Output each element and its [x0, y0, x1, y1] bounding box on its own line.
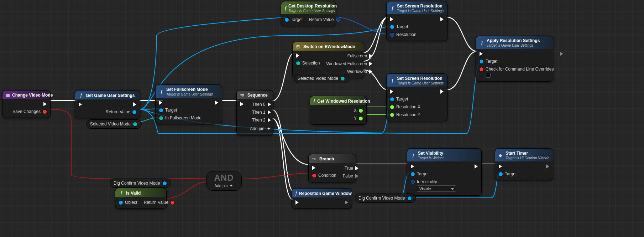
node-start-timer[interactable]: ◆ Start Timer Target is UI Confirm VMode… [495, 148, 553, 180]
target-pin[interactable]: Target [480, 59, 554, 64]
node-title: Set Fullscreen Mode [166, 87, 208, 92]
exec-out-pin[interactable] [475, 164, 478, 169]
plus-icon: ＋ [267, 125, 271, 132]
node-header: f Reposition Game Window [292, 189, 352, 197]
node-set-fullscreen-mode[interactable]: f Set Fullscreen Mode Target is Game Use… [155, 84, 222, 124]
node-subtitle: Target is Game User Settings [288, 9, 337, 13]
windowed-fullscreen-pin[interactable]: Windowed Fullscreen [326, 61, 372, 66]
node-switch-ewindowmode[interactable]: ⊞ Switch on EWindowMode Selection Fullsc… [292, 42, 364, 78]
exec-in-pin[interactable] [390, 89, 420, 94]
node-title: Get Desktop Resolution [288, 4, 337, 9]
function-icon: f [295, 191, 297, 196]
target-pin[interactable]: Target [390, 97, 420, 102]
exec-out-pin[interactable] [440, 89, 444, 94]
false-pin[interactable]: False [343, 174, 358, 179]
in-visibility-pin[interactable]: In Visibility Visible [411, 179, 456, 192]
object-pin-icon [163, 181, 167, 185]
node-set-visibility[interactable]: f Set Visibility Target is Widget Target… [407, 148, 482, 196]
exec-out-pin[interactable] [546, 164, 549, 169]
exec-in-pin[interactable] [411, 164, 456, 169]
check-overrides-pin[interactable]: Check for Command Line Overrides [480, 67, 554, 78]
var-selected-video-mode-2[interactable]: Selected Video Mode [294, 74, 349, 83]
exec-out-pin[interactable] [345, 200, 348, 205]
selection-pin[interactable]: Selection [296, 61, 320, 66]
exec-out-pin[interactable] [560, 52, 563, 56]
node-and[interactable]: AND Add pin＋ [206, 171, 242, 191]
node-subtitle: Target is Widget [418, 156, 444, 160]
then0-pin[interactable]: Then 0 [252, 102, 271, 107]
function-icon: f [79, 93, 84, 98]
var-selected-video-mode[interactable]: Selected Video Mode [86, 119, 142, 129]
target-pin[interactable]: Target [411, 171, 456, 176]
exec-out-pin[interactable] [440, 17, 444, 21]
true-pin[interactable]: True [345, 166, 358, 171]
exec-out-pin[interactable] [133, 102, 136, 107]
target-pin[interactable]: Target [499, 171, 517, 176]
condition-pin[interactable]: Condition [312, 173, 336, 178]
node-is-valid[interactable]: f Is Valid Object Return Value [115, 188, 167, 209]
node-set-screen-resolution-1[interactable]: f Set Screen Resolution Target is Game U… [386, 1, 447, 41]
exec-out-pin[interactable] [43, 102, 47, 106]
exec-in-pin[interactable] [480, 52, 554, 56]
resolution-pin[interactable]: Resolution [390, 32, 417, 37]
fullscreen-pin[interactable]: Fullscreen [347, 53, 372, 58]
target-pin[interactable]: Target [159, 108, 201, 113]
resolution-x-pin[interactable]: Resolution X [390, 104, 420, 109]
exec-in-pin[interactable] [390, 17, 417, 21]
save-changes-pin[interactable]: Save Changes [12, 109, 47, 114]
object-pin[interactable]: Object [119, 200, 137, 205]
target-pin[interactable]: Target [390, 24, 417, 29]
object-pin-icon [408, 196, 412, 200]
node-branch[interactable]: ↪ Branch Condition True False [308, 154, 356, 182]
node-reposition-game-window[interactable]: f Reposition Game Window [292, 188, 352, 208]
exec-in-pin[interactable] [159, 101, 201, 105]
exec-in-pin[interactable] [295, 200, 299, 205]
in-fullscreen-mode-pin[interactable]: In Fullscreen Mode [159, 115, 201, 120]
return-value-pin[interactable]: Return Value [309, 17, 340, 22]
y-pin[interactable]: Y [354, 116, 363, 121]
target-pin[interactable]: Target [285, 17, 303, 22]
node-apply-resolution-settings[interactable]: f Apply Resolution Settings Target is Ga… [476, 36, 553, 82]
exec-in-pin[interactable] [499, 164, 517, 169]
node-subtitle: Target is Game User Settings [166, 92, 213, 96]
node-header: f Set Screen Resolution Target is Game U… [387, 1, 447, 14]
node-subtitle: Target is Game User Settings [487, 43, 540, 47]
windowed-pin[interactable]: Windowed [347, 69, 372, 74]
node-header: f Get Desktop Resolution Target is Game … [281, 1, 336, 14]
exec-in-pin[interactable] [79, 102, 82, 107]
node-set-screen-resolution-2[interactable]: f Set Screen Resolution Target is Game U… [386, 73, 447, 121]
exec-in-pin[interactable] [240, 102, 244, 106]
plus-icon: ＋ [229, 183, 234, 188]
node-change-video-mode[interactable]: ▥ Change Video Mode Save Changes [2, 90, 51, 118]
then2-pin[interactable]: Then 2 [252, 118, 271, 123]
add-pin[interactable]: Add pin＋ [206, 183, 241, 188]
node-get-desktop-resolution[interactable]: f Get Desktop Resolution Target is Game … [281, 1, 336, 26]
node-title: Set Screen Resolution [397, 4, 442, 9]
node-title: Apply Resolution Settings [487, 38, 540, 43]
node-title: Start Timer [506, 151, 528, 156]
return-value-pin[interactable]: Return Value [106, 109, 136, 114]
node-title: Switch on EWindowMode [303, 44, 355, 49]
then1-pin[interactable]: Then 1 [252, 110, 271, 115]
node-header: ◆ Start Timer Target is UI Confirm VMode [495, 149, 553, 161]
function-icon: f [159, 89, 164, 94]
return-value-pin[interactable]: Return Value [144, 200, 174, 205]
node-header: f Get Game User Settings [75, 91, 140, 99]
var-dlg-confirm-2[interactable]: Dlg Confirm Video Mode [355, 194, 416, 203]
node-get-windowed-resolution[interactable]: f Get Windowed Resolution X Y [310, 96, 367, 125]
node-sequence[interactable]: ⇉ Sequence Then 0 Then 1 Then 2 ＋Add pin [236, 90, 273, 135]
check-overrides-checkbox[interactable] [486, 73, 491, 78]
exec-out-pin[interactable] [215, 101, 218, 105]
node-get-game-user-settings[interactable]: f Get Game User Settings Return Value [75, 90, 140, 118]
exec-in-pin[interactable] [296, 53, 320, 58]
add-pin[interactable]: ＋Add pin [250, 125, 271, 132]
exec-in-pin[interactable] [312, 166, 336, 170]
x-pin[interactable]: X [354, 108, 363, 113]
resolution-y-pin[interactable]: Resolution Y [390, 112, 420, 117]
node-header: ⇉ Sequence [237, 91, 273, 99]
var-dlg-confirm-1[interactable]: Dlg Confirm Video Mode [110, 179, 171, 188]
node-title: Set Visibility [418, 151, 443, 156]
node-header: f Set Screen Resolution Target is Game U… [387, 74, 447, 87]
visibility-dropdown[interactable]: Visible [417, 185, 456, 192]
function-icon: f [480, 40, 485, 46]
